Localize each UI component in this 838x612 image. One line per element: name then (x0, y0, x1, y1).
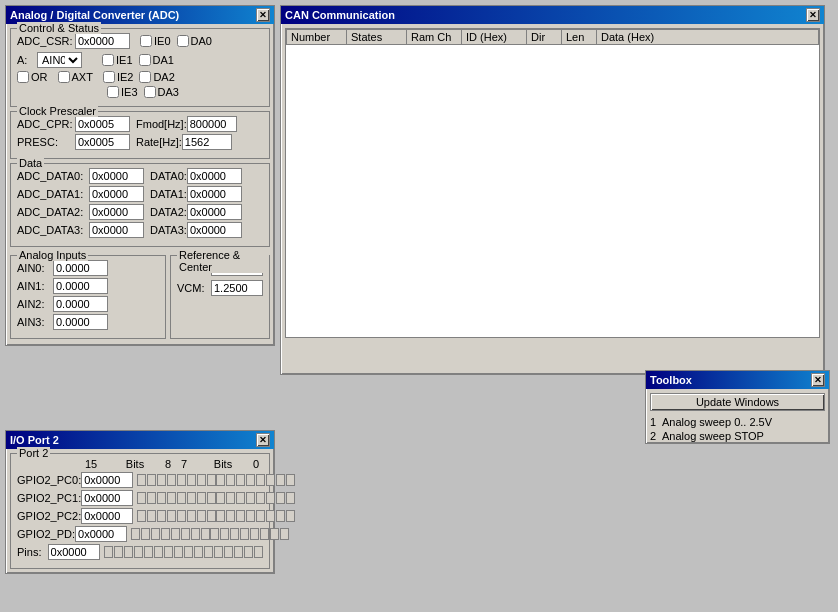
adc-data2-label: ADC_DATA2: (17, 206, 89, 218)
data2-label: DATA2: (150, 206, 187, 218)
bit-cell (164, 546, 173, 558)
or-checkbox[interactable] (17, 71, 29, 83)
can-col-id: ID (Hex) (462, 30, 527, 45)
ref-center-label: Reference & Center (177, 249, 269, 273)
io-close-button[interactable]: ✕ (256, 433, 270, 447)
adc-window: Analog / Digital Converter (ADC) ✕ Contr… (5, 5, 275, 346)
data0-input[interactable] (187, 168, 242, 184)
fmod-label: Fmod[Hz]: (136, 118, 187, 130)
toolbox-close-button[interactable]: ✕ (811, 373, 825, 387)
adc-title: Analog / Digital Converter (ADC) (10, 9, 179, 21)
ain0-input[interactable] (53, 260, 108, 276)
ain0-label: AIN0: (17, 262, 53, 274)
ie0-checkbox-label[interactable]: IE0 (140, 35, 171, 47)
can-table: Number States Ram Ch ID (Hex) Dir Len Da… (286, 29, 819, 45)
port2-group: Port 2 15 Bits 8 7 Bits 0 GPIO2_PC0: (10, 453, 270, 569)
ain3-input[interactable] (53, 314, 108, 330)
axt-checkbox[interactable] (58, 71, 70, 83)
bit-cell (191, 528, 200, 540)
adc-data1-input[interactable] (89, 186, 144, 202)
da0-checkbox[interactable] (177, 35, 189, 47)
ie1-checkbox[interactable] (102, 54, 114, 66)
adc-cpr-input[interactable] (75, 116, 130, 132)
data1-label: DATA1: (150, 188, 187, 200)
rate-input[interactable] (182, 134, 232, 150)
bit-cell (157, 474, 166, 486)
da0-checkbox-label[interactable]: DA0 (177, 35, 212, 47)
data1-input[interactable] (187, 186, 242, 202)
adc-data0-label: ADC_DATA0: (17, 170, 89, 182)
ain2-input[interactable] (53, 296, 108, 312)
adc-cpr-label: ADC_CPR: (17, 118, 75, 130)
adc-data0-input[interactable] (89, 168, 144, 184)
bit-cell (266, 474, 275, 486)
adc-data3-input[interactable] (89, 222, 144, 238)
ie3-checkbox-label[interactable]: IE3 (107, 86, 138, 98)
pins-label: Pins: (17, 546, 48, 558)
gpio2-pc0-bits-low (216, 474, 295, 486)
bit-cell (151, 528, 160, 540)
da1-checkbox[interactable] (139, 54, 151, 66)
da2-checkbox[interactable] (139, 71, 151, 83)
bit-cell (280, 528, 289, 540)
presc-input[interactable] (75, 134, 130, 150)
control-status-label: Control & Status (17, 22, 101, 34)
ie2-checkbox-label[interactable]: IE2 (103, 71, 134, 83)
bit-cell (187, 492, 196, 504)
gpio2-pc1-bits-low (216, 492, 295, 504)
gpio2-pd-input[interactable] (75, 526, 127, 542)
ie3-checkbox[interactable] (107, 86, 119, 98)
vcm-input[interactable] (211, 280, 263, 296)
gpio2-pc1-input[interactable] (81, 490, 133, 506)
da2-checkbox-label[interactable]: DA2 (139, 71, 174, 83)
axt-checkbox-label[interactable]: AXT (58, 71, 93, 83)
adc-close-button[interactable]: ✕ (256, 8, 270, 22)
can-close-button[interactable]: ✕ (806, 8, 820, 22)
bit-cell (197, 474, 206, 486)
bit-cell (201, 528, 210, 540)
ie0-checkbox[interactable] (140, 35, 152, 47)
ain3-label: AIN3: (17, 316, 53, 328)
data2-input[interactable] (187, 204, 242, 220)
ie1-checkbox-label[interactable]: IE1 (102, 54, 133, 66)
bits-label-2: Bits (193, 458, 253, 470)
bit-cell (177, 474, 186, 486)
or-checkbox-label[interactable]: OR (17, 71, 48, 83)
bit-cell (154, 546, 163, 558)
bit-cell (157, 510, 166, 522)
bit-cell (131, 528, 140, 540)
ain1-input[interactable] (53, 278, 108, 294)
toolbox-item-2[interactable]: 2 Analog sweep STOP (646, 429, 829, 443)
data3-input[interactable] (187, 222, 242, 238)
toolbox-item-1-label: Analog sweep 0.. 2.5V (662, 416, 772, 428)
fmod-input[interactable] (187, 116, 237, 132)
da3-checkbox-label[interactable]: DA3 (144, 86, 179, 98)
bit-cell (167, 510, 176, 522)
bit-cell (246, 510, 255, 522)
bit-cell (286, 510, 295, 522)
bit-cell (276, 492, 285, 504)
toolbox-item-1[interactable]: 1 Analog sweep 0.. 2.5V (646, 415, 829, 429)
da3-checkbox[interactable] (144, 86, 156, 98)
bit-cell (177, 510, 186, 522)
gpio2-pc2-input[interactable] (81, 508, 133, 524)
adc-csr-input[interactable] (75, 33, 130, 49)
adc-data2-input[interactable] (89, 204, 144, 220)
da1-checkbox-label[interactable]: DA1 (139, 54, 174, 66)
bit-cell (254, 546, 263, 558)
gpio2-pd-bits-low (210, 528, 289, 540)
bit-cell (207, 510, 216, 522)
gpio2-pc0-input[interactable] (81, 472, 133, 488)
bit-cell (210, 528, 219, 540)
bit-cell (276, 474, 285, 486)
bit-cell (270, 528, 279, 540)
pins-input[interactable] (48, 544, 100, 560)
gpio2-pc2-label: GPIO2_PC2: (17, 510, 81, 522)
bits-7: 7 (181, 458, 193, 470)
vcm-label: VCM: (177, 282, 211, 294)
a-select[interactable]: AIN0 (37, 52, 82, 68)
can-title-bar: CAN Communication ✕ (281, 6, 824, 24)
ie2-checkbox[interactable] (103, 71, 115, 83)
update-windows-button[interactable]: Update Windows (650, 393, 825, 411)
bit-cell (147, 492, 156, 504)
